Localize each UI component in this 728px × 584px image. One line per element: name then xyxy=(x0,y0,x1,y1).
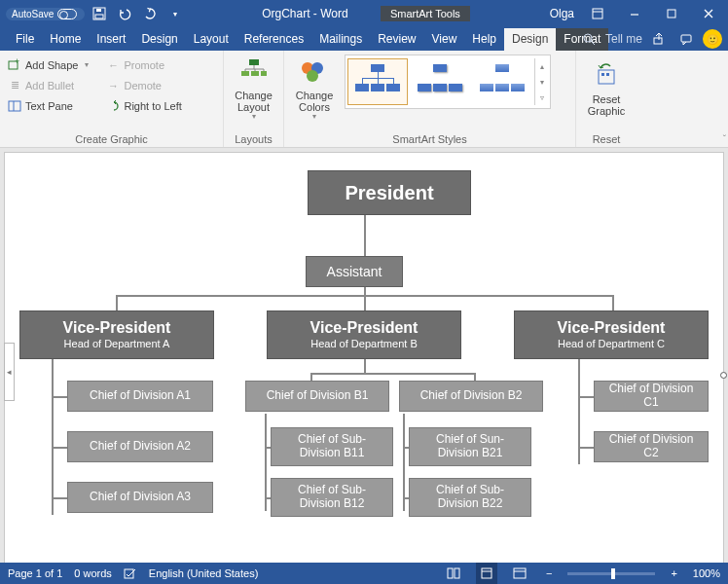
node-c2[interactable]: Chief of Division C2 xyxy=(594,431,709,462)
maximize-button[interactable] xyxy=(654,0,689,27)
proofing-icon[interactable] xyxy=(124,566,137,580)
svg-rect-11 xyxy=(654,38,662,44)
rtl-icon xyxy=(106,99,120,113)
node-b11[interactable]: Chief of Sub-Division B11 xyxy=(271,427,393,466)
tab-references[interactable]: References xyxy=(237,28,311,51)
change-colors-button[interactable]: Change Colors▾ xyxy=(288,55,341,123)
add-shape-button[interactable]: +Add Shape▾ xyxy=(4,55,92,75)
group-reset: Reset Graphic Reset xyxy=(576,51,637,147)
node-c1[interactable]: Chief of Division C1 xyxy=(594,381,709,412)
group-smartart-styles: Change Colors▾ ▴▾▿ SmartArt Styles xyxy=(284,51,576,147)
node-b21[interactable]: Chief of Sun-Division B21 xyxy=(409,427,531,466)
titlebar: AutoSave ▾ OrgChart - Word SmartArt Tool… xyxy=(0,0,728,27)
node-a2[interactable]: Chief of Division A2 xyxy=(67,431,213,462)
add-shape-icon: + xyxy=(8,58,21,72)
svg-rect-18 xyxy=(241,71,249,76)
qat-customize-icon[interactable]: ▾ xyxy=(164,3,186,24)
zoom-out-button[interactable]: − xyxy=(542,567,556,579)
add-bullet-button: ≣Add Bullet xyxy=(4,75,92,95)
word-count[interactable]: 0 words xyxy=(74,567,112,579)
node-assistant[interactable]: Assistant xyxy=(306,256,403,287)
node-b12[interactable]: Chief of Sub-Division B12 xyxy=(271,478,393,517)
node-b2[interactable]: Chief of Division B2 xyxy=(399,381,543,412)
tab-view[interactable]: View xyxy=(424,28,465,51)
style-item-1[interactable] xyxy=(347,58,408,105)
node-vp-b[interactable]: Vice-PresidentHead of Department B xyxy=(267,310,461,359)
read-mode-icon[interactable] xyxy=(443,563,464,584)
node-president[interactable]: President xyxy=(308,170,471,215)
minimize-button[interactable] xyxy=(617,0,652,27)
ribbon-display-icon[interactable] xyxy=(580,0,615,27)
scroll-up-icon[interactable]: ▴ xyxy=(534,58,548,74)
status-bar: Page 1 of 1 0 words English (United Stat… xyxy=(0,563,728,584)
toggle-off-icon xyxy=(57,9,77,19)
tell-me-label[interactable]: Tell me xyxy=(605,32,642,46)
svg-rect-12 xyxy=(681,35,691,42)
zoom-in-button[interactable]: + xyxy=(667,567,680,579)
zoom-level[interactable]: 100% xyxy=(693,567,720,579)
zoom-slider[interactable] xyxy=(567,572,655,575)
tab-review[interactable]: Review xyxy=(370,28,423,51)
redo-icon[interactable] xyxy=(139,3,161,24)
svg-rect-34 xyxy=(455,568,459,578)
window-title: OrgChart - Word SmartArt Tools xyxy=(186,7,545,20)
styles-gallery[interactable]: ▴▾▿ xyxy=(345,55,551,109)
comments-icon[interactable] xyxy=(675,32,697,46)
group-label: SmartArt Styles xyxy=(284,133,575,147)
user-name[interactable]: Olga xyxy=(550,7,574,20)
language-indicator[interactable]: English (United States) xyxy=(149,567,259,579)
share-icon[interactable] xyxy=(648,32,670,46)
collapse-ribbon-icon[interactable]: ˇ xyxy=(723,134,726,145)
node-a1[interactable]: Chief of Division A1 xyxy=(67,381,213,412)
group-label: Layouts xyxy=(224,133,283,147)
change-layout-button[interactable]: Change Layout▾ xyxy=(228,55,279,123)
save-icon[interactable] xyxy=(89,3,110,24)
tab-smartart-design[interactable]: Design xyxy=(504,28,556,51)
right-to-left-button[interactable]: Right to Left xyxy=(102,95,185,116)
tab-file[interactable]: File xyxy=(8,28,42,51)
expand-icon[interactable]: ▿ xyxy=(534,90,548,105)
reset-graphic-button[interactable]: Reset Graphic xyxy=(580,55,633,123)
svg-rect-31 xyxy=(606,73,609,76)
org-chart[interactable]: President Assistant Vice-PresidentHead o… xyxy=(14,164,714,554)
page: ◂ xyxy=(4,152,724,563)
autosave-toggle[interactable]: AutoSave xyxy=(6,8,85,20)
svg-line-10 xyxy=(591,41,595,45)
text-pane-icon xyxy=(8,99,21,113)
node-b22[interactable]: Chief of Sub-Division B22 xyxy=(409,478,531,517)
node-vp-a[interactable]: Vice-PresidentHead of Department A xyxy=(19,310,214,359)
tab-home[interactable]: Home xyxy=(42,28,89,51)
feedback-smiley-icon[interactable]: 🙂 xyxy=(703,29,722,49)
svg-rect-35 xyxy=(482,568,491,578)
scroll-down-icon[interactable]: ▾ xyxy=(534,74,548,90)
tab-insert[interactable]: Insert xyxy=(89,28,133,51)
style-item-2[interactable] xyxy=(410,58,470,105)
print-layout-icon[interactable] xyxy=(476,563,497,584)
tab-design[interactable]: Design xyxy=(133,28,185,51)
svg-rect-30 xyxy=(601,73,604,76)
autosave-label: AutoSave xyxy=(12,9,54,19)
promote-button: ←Promote xyxy=(102,55,185,75)
tab-mailings[interactable]: Mailings xyxy=(311,28,370,51)
group-layouts: Change Layout▾ Layouts xyxy=(224,51,284,147)
tab-help[interactable]: Help xyxy=(464,28,504,51)
web-layout-icon[interactable] xyxy=(509,563,530,584)
node-a3[interactable]: Chief of Division A3 xyxy=(67,482,213,513)
tab-layout[interactable]: Layout xyxy=(186,28,237,51)
close-button[interactable] xyxy=(691,0,726,27)
search-icon[interactable] xyxy=(578,32,600,46)
style-item-3[interactable] xyxy=(472,58,532,105)
svg-rect-32 xyxy=(125,569,133,578)
layout-icon xyxy=(238,56,270,88)
selection-handle[interactable] xyxy=(720,372,727,379)
svg-rect-17 xyxy=(249,59,259,65)
node-b1[interactable]: Chief of Division B1 xyxy=(245,381,389,412)
svg-rect-33 xyxy=(448,568,453,578)
gallery-more-icon[interactable]: ▴▾▿ xyxy=(534,58,548,105)
page-indicator[interactable]: Page 1 of 1 xyxy=(8,567,62,579)
text-pane-button[interactable]: Text Pane xyxy=(4,95,92,116)
svg-point-9 xyxy=(584,34,592,42)
node-vp-c[interactable]: Vice-PresidentHead of Department C xyxy=(514,310,709,359)
svg-rect-3 xyxy=(593,9,602,18)
undo-icon[interactable] xyxy=(114,3,135,24)
